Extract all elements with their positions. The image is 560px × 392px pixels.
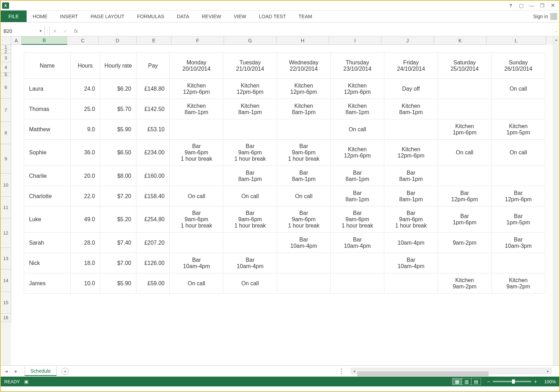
cell-name[interactable]: Thomas <box>24 99 71 119</box>
ribbon-tab-review[interactable]: REVIEW <box>195 10 227 22</box>
cell-shift[interactable] <box>491 99 545 119</box>
cell-name[interactable]: Matthew <box>24 119 71 140</box>
cell-rate[interactable]: $5.20 <box>100 206 136 233</box>
cell-shift[interactable]: Kitchen8am-1pm <box>330 99 384 119</box>
ribbon-tab-view[interactable]: VIEW <box>227 10 253 22</box>
row-header-5[interactable]: 5 <box>1 73 11 76</box>
cell-shift[interactable]: Kitchen1pm-6pm <box>438 119 491 140</box>
column-header-C[interactable]: C <box>67 36 99 45</box>
cell-pay[interactable]: £158.40 <box>136 186 169 206</box>
cell-name[interactable]: Sarah <box>24 233 71 253</box>
close-button[interactable]: ✕ <box>547 2 558 9</box>
cell-shift[interactable] <box>438 253 491 273</box>
cell-pay[interactable]: £234.00 <box>136 140 169 166</box>
ribbon-tab-insert[interactable]: INSERT <box>54 10 84 22</box>
cell-pay[interactable]: £59.00 <box>136 273 169 294</box>
cell-shift[interactable]: Kitchen12pm-6pm <box>330 140 384 166</box>
cell-pay[interactable]: £142.50 <box>136 99 169 119</box>
cell-rate[interactable]: $7.40 <box>100 233 136 253</box>
ribbon-tab-home[interactable]: HOME <box>27 10 54 22</box>
cell-hours[interactable]: 36.0 <box>70 140 100 166</box>
cell-shift[interactable]: Bar8am-1pm <box>330 166 384 186</box>
column-header-D[interactable]: D <box>99 36 136 45</box>
hscroll-thumb[interactable] <box>357 371 489 376</box>
cell-shift[interactable] <box>223 233 277 253</box>
cell-shift[interactable]: Bar10am-4pm <box>170 253 223 273</box>
cell-hours[interactable]: 25.0 <box>70 99 100 119</box>
column-header-E[interactable]: E <box>136 36 172 45</box>
row-header-11[interactable]: 11 <box>1 197 11 218</box>
row-header-15[interactable]: 15 <box>1 292 11 314</box>
cell-shift[interactable]: Bar9am-6pm1 hour break <box>277 206 330 233</box>
cell-shift[interactable]: Bar10am-4pm <box>277 233 330 253</box>
cell-shift[interactable]: Bar8am-1pm <box>223 166 277 186</box>
cell-shift[interactable]: Bar9am-6pm1 hour break <box>277 140 330 166</box>
cell-hours[interactable]: 24.0 <box>70 79 100 99</box>
cell-name[interactable]: Sophie <box>24 140 71 166</box>
cell-pay[interactable]: £148.80 <box>136 79 169 99</box>
row-header-8[interactable]: 8 <box>1 122 11 144</box>
cell-shift[interactable]: Bar1pm-5pm <box>491 206 545 233</box>
column-header-H[interactable]: H <box>276 36 329 45</box>
cell-shift[interactable]: Bar9am-6pm1 hour break <box>384 206 438 233</box>
cell-shift[interactable]: 9am-2pm <box>438 233 491 253</box>
cell-shift[interactable] <box>491 253 545 273</box>
cell-shift[interactable] <box>384 119 438 140</box>
sheet-split-handle[interactable] <box>341 369 342 374</box>
cell-shift[interactable]: On call <box>491 79 545 99</box>
cell-pay[interactable]: £207.20 <box>136 233 169 253</box>
ribbon-display-options-button[interactable]: ▢ <box>516 2 526 9</box>
cell-shift[interactable] <box>491 166 545 186</box>
cell-shift[interactable]: On call <box>438 140 491 166</box>
cell-shift[interactable]: Kitchen12pm-6pm <box>384 140 438 166</box>
cell-rate[interactable]: $7.20 <box>100 186 136 206</box>
column-header-A[interactable]: A <box>11 36 22 45</box>
cell-shift[interactable]: On call <box>277 186 330 206</box>
zoom-percent[interactable]: 100% <box>540 379 556 384</box>
cell-shift[interactable] <box>438 79 491 99</box>
cell-shift[interactable]: Kitchen8am-1pm <box>384 99 438 119</box>
vertical-scrollbar[interactable]: ▲ <box>553 36 559 365</box>
zoom-slider[interactable] <box>493 381 531 382</box>
cell-shift[interactable]: Bar9am-6pm1 hour break <box>223 206 277 233</box>
file-tab[interactable]: FILE <box>1 10 27 22</box>
name-box-input[interactable] <box>4 28 31 34</box>
row-header-12[interactable]: 12 <box>1 218 11 248</box>
ribbon-tab-data[interactable]: DATA <box>170 10 195 22</box>
cell-shift[interactable]: Bar8am-1pm <box>384 166 438 186</box>
column-header-K[interactable]: K <box>434 36 486 45</box>
column-header-G[interactable]: G <box>224 36 276 45</box>
cell-shift[interactable]: On call <box>170 186 223 206</box>
cell-shift[interactable] <box>277 253 330 273</box>
name-box[interactable]: ▼ <box>1 26 45 36</box>
cell-rate[interactable]: $6.20 <box>100 79 136 99</box>
cell-pay[interactable]: £254.80 <box>136 206 169 233</box>
cells-area[interactable]: NameHoursHourly ratePayMonday20/10/2014T… <box>11 45 553 365</box>
cell-shift[interactable] <box>384 273 438 294</box>
sheet-nav-next-icon[interactable]: ► <box>14 369 18 374</box>
cell-shift[interactable] <box>277 273 330 294</box>
cell-pay[interactable]: £53.10 <box>136 119 169 140</box>
sign-in-link[interactable]: Sign in <box>533 14 548 19</box>
cell-shift[interactable]: On call <box>223 186 277 206</box>
cell-shift[interactable] <box>438 99 491 119</box>
cell-hours[interactable]: 20.0 <box>70 166 100 186</box>
cell-shift[interactable]: On call <box>223 273 277 294</box>
cell-rate[interactable]: $5.70 <box>100 99 136 119</box>
row-header-9[interactable]: 9 <box>1 144 11 174</box>
insert-function-button[interactable]: fx <box>71 26 81 36</box>
restore-button[interactable]: ❐ <box>537 2 547 9</box>
cell-shift[interactable]: Bar9am-6pm1 hour break <box>223 140 277 166</box>
enter-formula-button[interactable]: ✓ <box>60 26 71 36</box>
cell-hours[interactable]: 49.0 <box>70 206 100 233</box>
cell-shift[interactable] <box>438 166 491 186</box>
cell-name[interactable]: Charlotte <box>24 186 71 206</box>
scroll-left-icon[interactable]: ◄ <box>351 369 357 373</box>
cell-hours[interactable]: 10.0 <box>70 273 100 294</box>
cell-shift[interactable]: Bar12pm-6pm <box>438 186 491 206</box>
scroll-right-icon[interactable]: ► <box>545 369 551 373</box>
new-sheet-button[interactable]: + <box>62 368 69 375</box>
cell-shift[interactable]: Bar10am-4pm <box>223 253 277 273</box>
cell-pay[interactable]: £126.00 <box>136 253 169 273</box>
cell-hours[interactable]: 9.0 <box>70 119 100 140</box>
